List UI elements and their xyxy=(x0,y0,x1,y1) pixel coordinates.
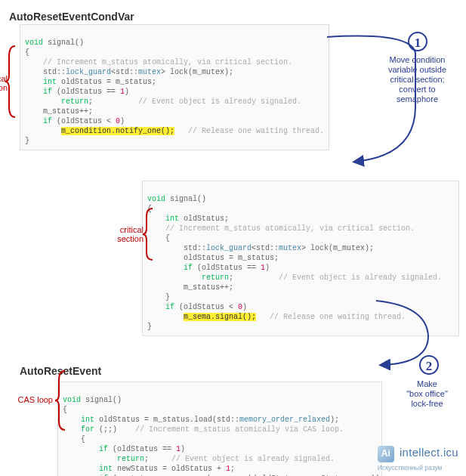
step-circle-2: 2 xyxy=(419,355,439,375)
brace-label-2: critical section xyxy=(106,225,144,243)
brace-label-1: critical section xyxy=(0,74,8,92)
brace-label-3: CAS loop xyxy=(9,395,53,404)
step-circle-1: 1 xyxy=(408,32,427,51)
step-note-1: Move condition variable outside critical… xyxy=(374,55,461,104)
step-note-2: Make "box office" lock-free xyxy=(384,379,466,409)
codebox-1: void signal() { // Increment m_status at… xyxy=(20,24,329,150)
codebox-3: void signal() { int oldStatus = m_status… xyxy=(57,382,382,476)
title-autoresetcondvar: AutoResetEventCondVar xyxy=(9,11,457,23)
watermark: intellect.icu Искусственный разум xyxy=(378,446,458,471)
codebox-2: void signal() { int oldStatus; // Increm… xyxy=(142,181,459,336)
watermark-icon xyxy=(378,446,394,462)
title-autoreset: AutoResetEvent xyxy=(20,365,457,377)
